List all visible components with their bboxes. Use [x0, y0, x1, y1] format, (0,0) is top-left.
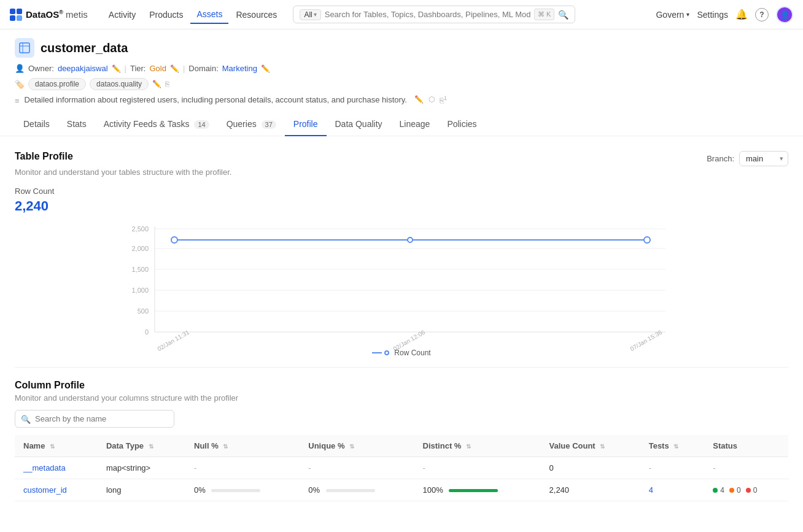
table-profile-section: Table Profile Branch: main ▾ Monitor and…: [15, 151, 788, 357]
search-bar[interactable]: All ▾ ⌘ K 🔍: [293, 6, 575, 23]
sort-icon-vc: ⇅: [600, 443, 605, 450]
chart-container: 2,500 2,000 1,500 1,000 500 0: [15, 222, 788, 357]
table-header-row: Name ⇅ Data Type ⇅ Null % ⇅ Unique % ⇅: [15, 435, 788, 457]
cell-tests-1[interactable]: 4: [640, 479, 705, 501]
search-shortcut: ⌘ K: [534, 9, 554, 20]
nav-item-resources[interactable]: Resources: [230, 6, 283, 23]
tag-2[interactable]: dataos.quality: [90, 78, 149, 90]
col-header-name[interactable]: Name ⇅: [15, 435, 98, 457]
meta-sep-1: |: [125, 64, 126, 73]
description-text: Detailed information about registered us…: [25, 95, 407, 104]
tests-link-1[interactable]: 4: [649, 485, 653, 495]
logo-icon: [10, 9, 22, 21]
tab-policies[interactable]: Policies: [438, 113, 485, 136]
null-progress-bar: [211, 489, 260, 492]
table-row: __metadata map<string> - - - 0 - -: [15, 457, 788, 479]
user-icon: 👤: [15, 64, 25, 73]
tag-1[interactable]: dataos.profile: [28, 78, 86, 90]
cell-vc-0: 0: [541, 457, 640, 479]
col-header-null[interactable]: Null % ⇅: [185, 435, 300, 457]
meta-row: 👤 Owner: deepakjaiswal ✏️ | Tier: Gold ✏…: [15, 64, 788, 73]
copy-desc-icon[interactable]: ⎘1: [440, 95, 447, 105]
edit-owner-icon[interactable]: ✏️: [112, 64, 121, 73]
sort-icon-tests: ⇅: [673, 443, 678, 450]
table-row: customer_id long 0% 0% 100%: [15, 479, 788, 501]
sort-icon-unique: ⇅: [349, 443, 354, 450]
svg-point-22: [644, 237, 650, 243]
edit-tier-icon[interactable]: ✏️: [170, 64, 179, 73]
edit-tags-icon[interactable]: ✏️: [152, 80, 161, 88]
tab-profile[interactable]: Profile: [285, 113, 327, 136]
column-table: Name ⇅ Data Type ⇅ Null % ⇅ Unique % ⇅: [15, 435, 788, 501]
cell-tests-0: -: [640, 457, 705, 479]
svg-rect-3: [17, 15, 22, 21]
tab-dataquality[interactable]: Data Quality: [327, 113, 391, 136]
owner-label: Owner:: [28, 64, 54, 73]
col-header-valuecount[interactable]: Value Count ⇅: [541, 435, 640, 457]
edit-domain-icon[interactable]: ✏️: [261, 64, 270, 73]
svg-text:1,500: 1,500: [131, 266, 149, 273]
domain-value[interactable]: Marketing: [222, 64, 257, 73]
domain-label: Domain:: [188, 64, 218, 73]
branch-select[interactable]: main: [739, 151, 788, 166]
dot-green: [713, 488, 718, 493]
edit-desc-icon[interactable]: ✏️: [414, 95, 424, 104]
column-profile-section: Column Profile Monitor and understand yo…: [15, 367, 788, 501]
svg-rect-4: [20, 43, 29, 53]
dot-orange: [729, 488, 734, 493]
nav-right: Govern ▾ Settings 🔔 ? 👤: [656, 6, 793, 23]
tab-details[interactable]: Details: [15, 113, 58, 136]
owner-link[interactable]: deepakjaiswal: [58, 64, 108, 73]
col-header-status[interactable]: Status: [704, 435, 788, 457]
col-name-link-1[interactable]: customer_id: [23, 485, 67, 495]
cell-unique-0: -: [300, 457, 414, 479]
svg-rect-2: [10, 15, 15, 21]
sort-icon-dtype: ⇅: [149, 443, 153, 450]
search-filter-badge[interactable]: All ▾: [300, 9, 320, 20]
search-input[interactable]: [325, 10, 530, 19]
entity-title-row: customer_data: [15, 38, 788, 58]
cell-dtype-1: long: [98, 479, 185, 501]
status-dots-1: 4 0 0: [713, 486, 780, 495]
tier-label: Tier:: [130, 64, 146, 73]
svg-rect-1: [17, 9, 22, 14]
search-icon[interactable]: 🔍: [558, 10, 568, 20]
col-header-tests[interactable]: Tests ⇅: [640, 435, 705, 457]
tab-stats[interactable]: Stats: [58, 113, 95, 136]
sort-icon-name: ⇅: [50, 443, 55, 450]
col-name-link-0[interactable]: __metadata: [23, 463, 66, 472]
entity-icon: [15, 38, 34, 58]
svg-rect-0: [10, 9, 15, 14]
cell-status-0: -: [704, 457, 788, 479]
copy-icon[interactable]: ⎘: [165, 80, 169, 88]
description-row: ≡ Detailed information about registered …: [15, 95, 788, 106]
expand-desc-icon[interactable]: ⬡: [429, 95, 435, 104]
column-search-input[interactable]: [15, 410, 174, 428]
tab-lineage[interactable]: Lineage: [391, 113, 439, 136]
settings-button[interactable]: Settings: [697, 10, 728, 20]
tab-activity[interactable]: Activity Feeds & Tasks 14: [95, 113, 218, 136]
tabs: Details Stats Activity Feeds & Tasks 14 …: [15, 113, 788, 136]
col-header-distinct[interactable]: Distinct % ⇅: [414, 435, 541, 457]
govern-button[interactable]: Govern ▾: [656, 10, 689, 20]
notification-icon[interactable]: 🔔: [735, 9, 748, 20]
cell-name-1[interactable]: customer_id: [15, 479, 98, 501]
nav-item-products[interactable]: Products: [143, 6, 189, 23]
logo[interactable]: DataOS® metis: [10, 9, 88, 21]
cell-name-0[interactable]: __metadata: [15, 457, 98, 479]
cell-distinct-1: 100%: [414, 479, 541, 501]
help-icon[interactable]: ?: [755, 8, 769, 21]
col-header-datatype[interactable]: Data Type ⇅: [98, 435, 185, 457]
avatar[interactable]: 👤: [776, 6, 793, 23]
svg-point-21: [408, 237, 413, 242]
tag-icon: 🏷️: [15, 80, 25, 89]
svg-text:500: 500: [138, 307, 149, 315]
dot-red: [746, 488, 751, 493]
tab-queries[interactable]: Queries 37: [218, 113, 285, 136]
legend-line-sample: [372, 350, 389, 355]
nav-item-assets[interactable]: Assets: [190, 6, 228, 24]
col-header-unique[interactable]: Unique % ⇅: [300, 435, 414, 457]
nav-item-activity[interactable]: Activity: [103, 6, 142, 23]
svg-text:0: 0: [145, 328, 149, 336]
svg-point-20: [171, 237, 177, 243]
